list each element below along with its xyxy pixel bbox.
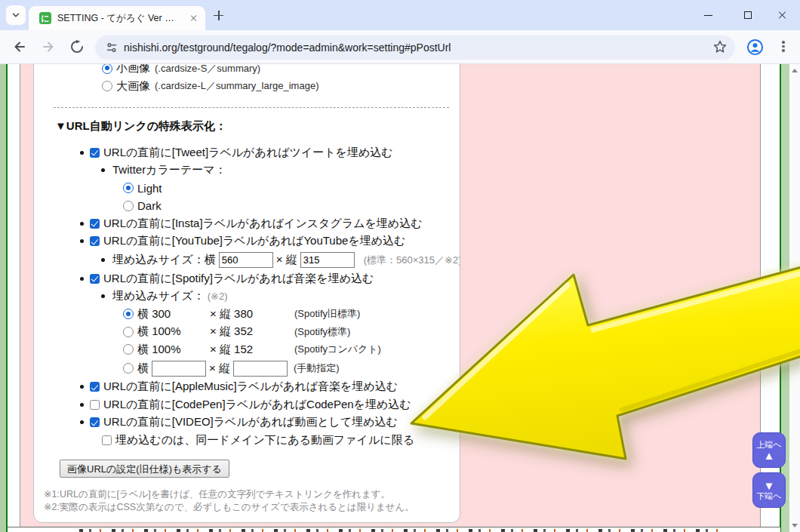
scrollbar-up-arrow-icon[interactable] — [792, 69, 798, 72]
insta-embed-row[interactable]: URLの直前に[Insta]ラベルがあればインスタグラムを埋め込む — [34, 215, 460, 233]
bookmark-star-button[interactable] — [712, 39, 728, 57]
jump-to-top-button[interactable]: 上端へ ▲ — [752, 432, 786, 468]
profile-person-icon — [746, 38, 764, 56]
applemusic-embed-label: URLの直前に[AppleMusic]ラベルがあれば音楽を埋め込む — [103, 380, 398, 394]
twitter-theme-row: Twitterカラーテーマ： — [34, 161, 460, 180]
tab-strip-chevron-button[interactable] — [6, 5, 26, 25]
star-icon — [712, 39, 728, 54]
youtube-embed-label: URLの直前に[YouTube]ラベルがあればYouTubeを埋め込む — [103, 234, 405, 248]
tweet-embed-checkbox[interactable] — [90, 148, 100, 158]
spotify-embed-label: URLの直前に[Spotify]ラベルがあれば音楽を埋め込む — [103, 272, 374, 286]
window-maximize-button[interactable] — [731, 0, 765, 30]
cardsize-small-label: 小画像 — [116, 64, 150, 75]
show-old-image-url-settings-button[interactable]: 画像URLの設定(旧仕様)も表示する — [60, 460, 229, 478]
spotify-size-radio-0[interactable] — [123, 309, 134, 319]
reload-button[interactable] — [69, 39, 85, 54]
spotify-manual-note: (手動指定) — [294, 361, 340, 375]
youtube-embed-row[interactable]: URLの直前に[YouTube]ラベルがあればYouTubeを埋め込む — [34, 232, 460, 251]
scrollbar-down-arrow-icon[interactable] — [792, 524, 798, 527]
spotify-size-note-0: (Spotify旧標準) — [294, 307, 360, 321]
theme-light-radio[interactable] — [123, 183, 134, 193]
cardsize-small-radio[interactable] — [102, 64, 112, 74]
new-tab-button[interactable] — [214, 11, 223, 20]
profile-avatar-button[interactable] — [746, 38, 764, 59]
cardsize-large-label: 大画像 — [116, 79, 150, 94]
video-embed-checkbox[interactable] — [90, 417, 100, 427]
cardsize-large-radio[interactable] — [102, 81, 112, 91]
spotify-size-option-manual[interactable]: 横 × 縦 (手動指定) — [34, 358, 460, 378]
window-close-button[interactable] — [765, 0, 800, 30]
bullet — [80, 222, 84, 226]
browser-menu-button[interactable] — [782, 39, 785, 54]
site-settings-tune-icon[interactable] — [106, 42, 118, 54]
address-bar[interactable]: nishishi.org/testground/tegalog/?mode=ad… — [95, 35, 735, 60]
cardsize-small-note: (.cardsize-S／summary) — [155, 64, 260, 75]
youtube-width-input[interactable] — [219, 252, 273, 268]
spotify-manual-w-label: 横 — [137, 361, 149, 376]
youtube-size-mid: × 縦 — [276, 253, 297, 267]
youtube-height-input[interactable] — [300, 252, 355, 268]
forward-button[interactable] — [41, 39, 56, 54]
codepen-embed-checkbox[interactable] — [90, 400, 100, 410]
theme-dark-radio[interactable] — [123, 201, 134, 211]
applemusic-embed-row[interactable]: URLの直前に[AppleMusic]ラベルがあれば音楽を埋め込む — [34, 378, 460, 396]
tweet-embed-label: URLの直前に[Tweet]ラベルがあればツイートを埋め込む — [103, 146, 393, 160]
spotify-size-option-2[interactable]: 横 100% × 縦 152 (Spotifyコンパクト) — [34, 341, 460, 359]
forward-arrow-icon — [41, 39, 56, 54]
chevron-down-icon — [11, 10, 21, 20]
spotify-size-radio-2[interactable] — [123, 344, 134, 355]
youtube-embed-checkbox[interactable] — [90, 236, 100, 246]
video-embed-row[interactable]: URLの直前に[VIDEO]ラベルがあれば動画として埋め込む — [34, 414, 460, 432]
spotify-size-w-1: 横 100% — [137, 324, 210, 339]
browser-tab[interactable]: に SETTING - てがろぐ Ver 4.6.6 — [29, 6, 205, 30]
footnote-2: ※2:実際の表示はCSS次第なので、必ずしもこのサイズで表示されるとは限りません… — [44, 501, 454, 514]
spotify-manual-height-input[interactable] — [233, 361, 288, 377]
jump-to-bottom-button[interactable]: ▼ 下端へ — [752, 472, 786, 508]
spotify-size-radio-1[interactable] — [123, 327, 134, 337]
spotify-size-option-1[interactable]: 横 100% × 縦 352 (Spotify標準) — [34, 323, 460, 341]
spotify-size-option-0[interactable]: 横 300 × 縦 380 (Spotify旧標準) — [34, 306, 460, 324]
window-minimize-button[interactable] — [691, 0, 725, 30]
theme-light-label: Light — [137, 182, 162, 195]
triangle-down-icon: ▼ — [764, 480, 775, 491]
cardsize-large-option[interactable]: 大画像 (.cardsize-L／summary_large_image) — [34, 78, 460, 96]
twitter-theme-label: Twitterカラーテーマ： — [112, 163, 226, 177]
spotify-embed-row[interactable]: URLの直前に[Spotify]ラベルがあれば音楽を埋め込む — [34, 270, 460, 288]
tweet-embed-row[interactable]: URLの直前に[Tweet]ラベルがあればツイートを埋め込む — [34, 144, 460, 162]
spotify-size-note: (※2) — [208, 291, 228, 302]
section-heading: ▼URL自動リンクの特殊表示化： — [55, 117, 460, 135]
spotify-embed-checkbox[interactable] — [90, 274, 100, 284]
tab-close-button[interactable] — [189, 14, 198, 23]
tab-title: SETTING - てがろぐ Ver 4.6.6 — [57, 12, 178, 25]
page-viewport: 小画像 (.cardsize-S／summary) 大画像 (.cardsize… — [0, 64, 800, 532]
video-same-domain-row[interactable]: 埋め込むのは、同一ドメイン下にある動画ファイルに限る — [34, 432, 460, 450]
bullet — [101, 294, 105, 298]
spotify-size-note-2: (Spotifyコンパクト) — [294, 343, 381, 356]
youtube-size-row: 埋め込みサイズ：横 × 縦 (標準：560×315／※2) — [34, 251, 460, 270]
back-arrow-icon — [12, 39, 27, 54]
tegalog-favicon-icon: に — [39, 12, 51, 24]
insta-embed-checkbox[interactable] — [90, 219, 100, 229]
url-text[interactable]: nishishi.org/testground/tegalog/?mode=ad… — [124, 42, 451, 54]
back-button[interactable] — [12, 39, 27, 54]
spotify-size-note-1: (Spotify標準) — [294, 325, 350, 339]
twitter-theme-light-option[interactable]: Light — [34, 180, 460, 198]
spotify-manual-width-input[interactable] — [152, 361, 206, 377]
video-same-domain-checkbox[interactable] — [102, 435, 112, 445]
insta-embed-label: URLの直前に[Insta]ラベルがあればインスタグラムを埋め込む — [103, 217, 423, 231]
vertical-scrollbar[interactable] — [789, 64, 800, 532]
spotify-size-w-2: 横 100% — [137, 343, 210, 357]
jump-bottom-label: 下端へ — [756, 491, 781, 501]
twitter-theme-dark-option[interactable]: Dark — [34, 197, 460, 215]
spotify-size-radio-manual[interactable] — [123, 363, 134, 374]
close-icon — [190, 14, 198, 22]
applemusic-embed-checkbox[interactable] — [90, 382, 100, 392]
bullet — [80, 385, 84, 389]
bullet — [80, 239, 84, 243]
title-bar: に SETTING - てがろぐ Ver 4.6.6 — [0, 0, 800, 30]
footnote-1: ※1:URLの直前に[ラベル]を書けば、任意の文字列でテキストリンクを作れます。 — [44, 488, 454, 501]
footnotes: ※1:URLの直前に[ラベル]を書けば、任意の文字列でテキストリンクを作れます。… — [44, 488, 454, 513]
cardsize-small-option[interactable]: 小画像 (.cardsize-S／summary) — [34, 64, 460, 78]
bullet — [80, 277, 84, 281]
codepen-embed-row[interactable]: URLの直前に[CodePen]ラベルがあればCodePenを埋め込む — [34, 396, 460, 414]
